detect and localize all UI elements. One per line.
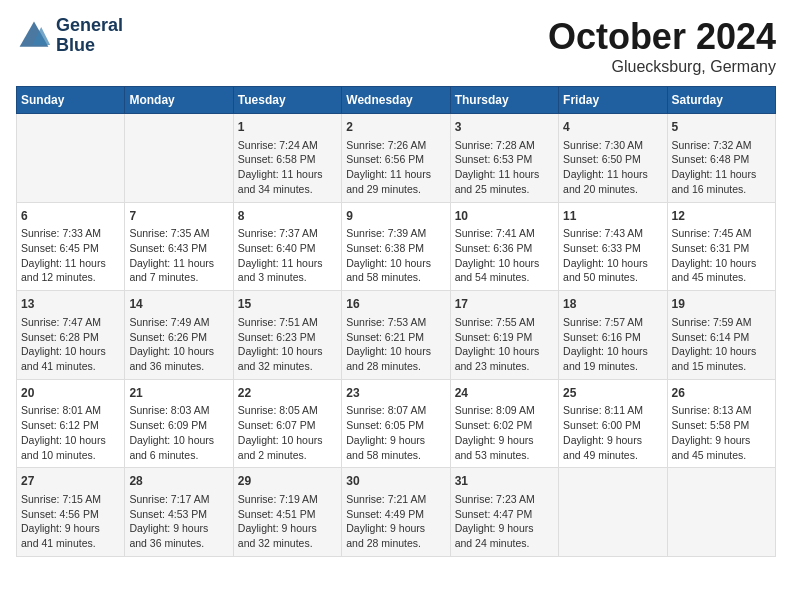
- day-number: 5: [672, 119, 771, 136]
- calendar-cell: 21Sunrise: 8:03 AM Sunset: 6:09 PM Dayli…: [125, 379, 233, 468]
- day-info: Sunrise: 7:49 AM Sunset: 6:26 PM Dayligh…: [129, 315, 228, 374]
- day-number: 6: [21, 208, 120, 225]
- calendar-cell: 15Sunrise: 7:51 AM Sunset: 6:23 PM Dayli…: [233, 291, 341, 380]
- day-number: 14: [129, 296, 228, 313]
- day-number: 29: [238, 473, 337, 490]
- location: Gluecksburg, Germany: [548, 58, 776, 76]
- calendar-cell: 12Sunrise: 7:45 AM Sunset: 6:31 PM Dayli…: [667, 202, 775, 291]
- calendar-cell: [17, 114, 125, 203]
- day-info: Sunrise: 7:51 AM Sunset: 6:23 PM Dayligh…: [238, 315, 337, 374]
- day-number: 13: [21, 296, 120, 313]
- calendar-cell: [559, 468, 667, 557]
- calendar-cell: 6Sunrise: 7:33 AM Sunset: 6:45 PM Daylig…: [17, 202, 125, 291]
- day-number: 20: [21, 385, 120, 402]
- day-number: 27: [21, 473, 120, 490]
- calendar-cell: 8Sunrise: 7:37 AM Sunset: 6:40 PM Daylig…: [233, 202, 341, 291]
- day-number: 31: [455, 473, 554, 490]
- day-info: Sunrise: 7:53 AM Sunset: 6:21 PM Dayligh…: [346, 315, 445, 374]
- day-number: 7: [129, 208, 228, 225]
- day-info: Sunrise: 7:57 AM Sunset: 6:16 PM Dayligh…: [563, 315, 662, 374]
- calendar-week-row: 20Sunrise: 8:01 AM Sunset: 6:12 PM Dayli…: [17, 379, 776, 468]
- logo-icon: [16, 18, 52, 54]
- calendar-cell: 3Sunrise: 7:28 AM Sunset: 6:53 PM Daylig…: [450, 114, 558, 203]
- logo: General Blue: [16, 16, 123, 56]
- day-info: Sunrise: 7:32 AM Sunset: 6:48 PM Dayligh…: [672, 138, 771, 197]
- calendar-cell: 1Sunrise: 7:24 AM Sunset: 6:58 PM Daylig…: [233, 114, 341, 203]
- day-number: 28: [129, 473, 228, 490]
- day-number: 11: [563, 208, 662, 225]
- day-number: 19: [672, 296, 771, 313]
- day-number: 12: [672, 208, 771, 225]
- day-info: Sunrise: 7:47 AM Sunset: 6:28 PM Dayligh…: [21, 315, 120, 374]
- calendar-week-row: 13Sunrise: 7:47 AM Sunset: 6:28 PM Dayli…: [17, 291, 776, 380]
- day-number: 30: [346, 473, 445, 490]
- day-number: 17: [455, 296, 554, 313]
- day-info: Sunrise: 8:09 AM Sunset: 6:02 PM Dayligh…: [455, 403, 554, 462]
- day-number: 18: [563, 296, 662, 313]
- weekday-header: Sunday: [17, 87, 125, 114]
- calendar-body: 1Sunrise: 7:24 AM Sunset: 6:58 PM Daylig…: [17, 114, 776, 557]
- day-number: 15: [238, 296, 337, 313]
- day-info: Sunrise: 7:43 AM Sunset: 6:33 PM Dayligh…: [563, 226, 662, 285]
- day-number: 23: [346, 385, 445, 402]
- day-info: Sunrise: 8:01 AM Sunset: 6:12 PM Dayligh…: [21, 403, 120, 462]
- calendar-cell: 29Sunrise: 7:19 AM Sunset: 4:51 PM Dayli…: [233, 468, 341, 557]
- calendar-cell: 28Sunrise: 7:17 AM Sunset: 4:53 PM Dayli…: [125, 468, 233, 557]
- calendar-table: SundayMondayTuesdayWednesdayThursdayFrid…: [16, 86, 776, 557]
- calendar-cell: [667, 468, 775, 557]
- day-info: Sunrise: 7:33 AM Sunset: 6:45 PM Dayligh…: [21, 226, 120, 285]
- day-info: Sunrise: 7:37 AM Sunset: 6:40 PM Dayligh…: [238, 226, 337, 285]
- day-number: 26: [672, 385, 771, 402]
- weekday-row: SundayMondayTuesdayWednesdayThursdayFrid…: [17, 87, 776, 114]
- calendar-cell: 16Sunrise: 7:53 AM Sunset: 6:21 PM Dayli…: [342, 291, 450, 380]
- day-number: 24: [455, 385, 554, 402]
- day-info: Sunrise: 8:05 AM Sunset: 6:07 PM Dayligh…: [238, 403, 337, 462]
- calendar-cell: 11Sunrise: 7:43 AM Sunset: 6:33 PM Dayli…: [559, 202, 667, 291]
- day-info: Sunrise: 8:11 AM Sunset: 6:00 PM Dayligh…: [563, 403, 662, 462]
- calendar-cell: 10Sunrise: 7:41 AM Sunset: 6:36 PM Dayli…: [450, 202, 558, 291]
- day-info: Sunrise: 7:23 AM Sunset: 4:47 PM Dayligh…: [455, 492, 554, 551]
- day-info: Sunrise: 7:19 AM Sunset: 4:51 PM Dayligh…: [238, 492, 337, 551]
- day-info: Sunrise: 7:35 AM Sunset: 6:43 PM Dayligh…: [129, 226, 228, 285]
- calendar-week-row: 1Sunrise: 7:24 AM Sunset: 6:58 PM Daylig…: [17, 114, 776, 203]
- calendar-cell: 19Sunrise: 7:59 AM Sunset: 6:14 PM Dayli…: [667, 291, 775, 380]
- day-number: 22: [238, 385, 337, 402]
- calendar-cell: 4Sunrise: 7:30 AM Sunset: 6:50 PM Daylig…: [559, 114, 667, 203]
- day-info: Sunrise: 7:21 AM Sunset: 4:49 PM Dayligh…: [346, 492, 445, 551]
- day-number: 21: [129, 385, 228, 402]
- day-info: Sunrise: 7:28 AM Sunset: 6:53 PM Dayligh…: [455, 138, 554, 197]
- calendar-cell: 27Sunrise: 7:15 AM Sunset: 4:56 PM Dayli…: [17, 468, 125, 557]
- title-block: October 2024 Gluecksburg, Germany: [548, 16, 776, 76]
- calendar-week-row: 6Sunrise: 7:33 AM Sunset: 6:45 PM Daylig…: [17, 202, 776, 291]
- weekday-header: Monday: [125, 87, 233, 114]
- month-title: October 2024: [548, 16, 776, 58]
- page-header: General Blue October 2024 Gluecksburg, G…: [16, 16, 776, 76]
- day-number: 2: [346, 119, 445, 136]
- day-number: 3: [455, 119, 554, 136]
- calendar-cell: 31Sunrise: 7:23 AM Sunset: 4:47 PM Dayli…: [450, 468, 558, 557]
- day-info: Sunrise: 8:03 AM Sunset: 6:09 PM Dayligh…: [129, 403, 228, 462]
- day-number: 16: [346, 296, 445, 313]
- day-info: Sunrise: 7:26 AM Sunset: 6:56 PM Dayligh…: [346, 138, 445, 197]
- day-info: Sunrise: 7:59 AM Sunset: 6:14 PM Dayligh…: [672, 315, 771, 374]
- weekday-header: Friday: [559, 87, 667, 114]
- day-number: 4: [563, 119, 662, 136]
- calendar-cell: 23Sunrise: 8:07 AM Sunset: 6:05 PM Dayli…: [342, 379, 450, 468]
- weekday-header: Saturday: [667, 87, 775, 114]
- calendar-week-row: 27Sunrise: 7:15 AM Sunset: 4:56 PM Dayli…: [17, 468, 776, 557]
- day-info: Sunrise: 7:17 AM Sunset: 4:53 PM Dayligh…: [129, 492, 228, 551]
- calendar-cell: 14Sunrise: 7:49 AM Sunset: 6:26 PM Dayli…: [125, 291, 233, 380]
- day-info: Sunrise: 7:41 AM Sunset: 6:36 PM Dayligh…: [455, 226, 554, 285]
- day-number: 25: [563, 385, 662, 402]
- weekday-header: Thursday: [450, 87, 558, 114]
- day-info: Sunrise: 8:07 AM Sunset: 6:05 PM Dayligh…: [346, 403, 445, 462]
- calendar-cell: 5Sunrise: 7:32 AM Sunset: 6:48 PM Daylig…: [667, 114, 775, 203]
- day-info: Sunrise: 7:24 AM Sunset: 6:58 PM Dayligh…: [238, 138, 337, 197]
- day-info: Sunrise: 7:15 AM Sunset: 4:56 PM Dayligh…: [21, 492, 120, 551]
- calendar-cell: 20Sunrise: 8:01 AM Sunset: 6:12 PM Dayli…: [17, 379, 125, 468]
- day-number: 1: [238, 119, 337, 136]
- calendar-cell: 9Sunrise: 7:39 AM Sunset: 6:38 PM Daylig…: [342, 202, 450, 291]
- calendar-header: SundayMondayTuesdayWednesdayThursdayFrid…: [17, 87, 776, 114]
- day-info: Sunrise: 7:30 AM Sunset: 6:50 PM Dayligh…: [563, 138, 662, 197]
- calendar-cell: 2Sunrise: 7:26 AM Sunset: 6:56 PM Daylig…: [342, 114, 450, 203]
